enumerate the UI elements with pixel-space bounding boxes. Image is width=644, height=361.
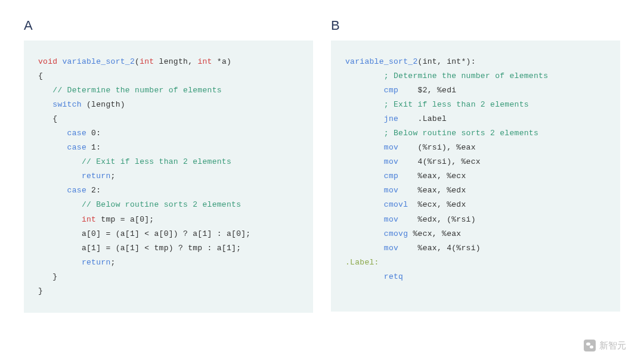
token-len: length, xyxy=(154,57,197,66)
token-paren: ( xyxy=(135,57,140,66)
wechat-icon xyxy=(584,340,596,351)
token-a0-assign: a[0] = (a[1] < a[0]) ? a[1] : a[0]; xyxy=(82,229,251,238)
token-b-comment-sort: ; Below routine sorts 2 elements xyxy=(384,129,538,138)
token-ptr: *a) xyxy=(212,57,231,66)
token-mov5: mov xyxy=(384,244,398,253)
column-b: B variable_sort_2(int, int*): ; Determin… xyxy=(331,18,620,313)
token-brace-open2: { xyxy=(52,114,57,123)
token-case0-val: 0: xyxy=(86,129,101,138)
token-int2: int xyxy=(197,57,212,66)
panel-label-a: A xyxy=(24,18,313,33)
token-comment-determine: // Determine the number of elements xyxy=(52,86,222,95)
token-brace-close2: } xyxy=(52,272,57,281)
token-case2: case xyxy=(67,186,86,195)
token-int-tmp: int xyxy=(82,215,96,224)
token-mov4-args: %edx, (%rsi) xyxy=(398,215,476,224)
token-b-comment-determine: ; Determine the number of elements xyxy=(384,71,548,80)
token-mov1-args: (%rsi), %eax xyxy=(398,143,476,152)
token-case1-val: 1: xyxy=(86,143,101,152)
watermark: 新智元 xyxy=(584,340,626,351)
token-b-args: (int, int*): xyxy=(418,57,476,66)
token-cmovg-args: %ecx, %eax xyxy=(408,229,461,238)
token-b-comment-exit: ; Exit if less than 2 elements xyxy=(384,100,529,109)
token-return1-semi: ; xyxy=(111,172,116,181)
code-panel-a: void variable_sort_2(int length, int *a)… xyxy=(24,41,313,313)
token-cmp1: cmp xyxy=(384,86,398,95)
token-cmp2: cmp xyxy=(384,172,398,181)
token-a1-assign: a[1] = (a[1] < tmp) ? tmp : a[1]; xyxy=(82,244,241,253)
token-jne-arg: .Label xyxy=(398,114,447,123)
token-jne: jne xyxy=(384,114,398,123)
token-return2-semi: ; xyxy=(111,258,116,267)
token-cmp1-args: $2, %edi xyxy=(398,86,456,95)
token-cmovg: cmovg xyxy=(384,229,408,238)
token-int1: int xyxy=(140,57,154,66)
token-cmp2-args: %eax, %ecx xyxy=(398,172,466,181)
watermark-text: 新智元 xyxy=(599,340,626,351)
code-columns: A void variable_sort_2(int length, int *… xyxy=(24,18,620,313)
token-b-func: variable_sort_2 xyxy=(345,57,418,66)
token-cmovl-args: %ecx, %edx xyxy=(408,200,466,209)
token-switch-expr: (length) xyxy=(82,100,125,109)
token-case1: case xyxy=(67,143,86,152)
token-switch: switch xyxy=(52,100,82,109)
column-a: A void variable_sort_2(int length, int *… xyxy=(24,18,313,313)
token-case0: case xyxy=(67,129,86,138)
token-mov2-args: 4(%rsi), %ecx xyxy=(398,157,481,166)
token-func-name: variable_sort_2 xyxy=(63,57,135,66)
token-brace-close: } xyxy=(38,287,43,295)
token-return1: return xyxy=(82,172,111,181)
code-panel-b: variable_sort_2(int, int*): ; Determine … xyxy=(331,41,620,312)
token-cmovl: cmovl xyxy=(384,200,408,209)
token-comment-exit: // Exit if less than 2 elements xyxy=(82,157,231,166)
token-mov3-args: %eax, %edx xyxy=(398,186,466,195)
token-mov3: mov xyxy=(384,186,398,195)
token-tmp-assign: tmp = a[0]; xyxy=(96,215,154,224)
token-comment-sort: // Below routine sorts 2 elements xyxy=(82,200,241,209)
token-void: void xyxy=(38,57,57,66)
token-label: .Label: xyxy=(345,258,379,267)
token-mov5-args: %eax, 4(%rsi) xyxy=(398,244,481,253)
token-brace-open: { xyxy=(38,71,43,80)
token-return2: return xyxy=(82,258,111,267)
token-mov1: mov xyxy=(384,143,398,152)
token-mov4: mov xyxy=(384,215,398,224)
token-case2-val: 2: xyxy=(86,186,101,195)
panel-label-b: B xyxy=(331,18,620,33)
token-mov2: mov xyxy=(384,157,398,166)
token-retq: retq xyxy=(384,272,403,281)
